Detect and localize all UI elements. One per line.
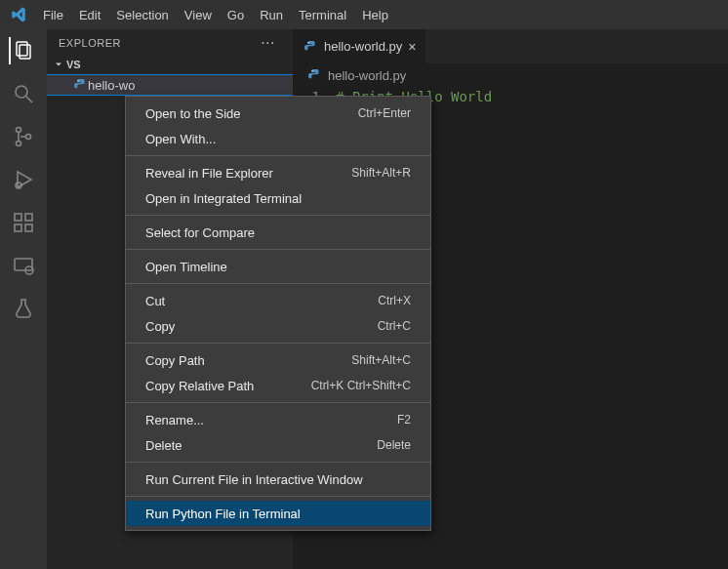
menu-item-label: Select for Compare [145,225,255,240]
svg-rect-1 [20,45,30,59]
tab-label: hello-world.py [324,39,402,54]
menu-item-shortcut: Shift+Alt+R [351,166,411,180]
menu-view[interactable]: View [177,0,220,29]
menu-item[interactable]: Open With... [126,126,430,151]
menu-file[interactable]: File [35,0,71,29]
breadcrumb-label: hello-world.py [328,68,406,83]
tree-file-hello-world[interactable]: hello-wo [47,74,293,96]
tab-hello-world[interactable]: hello-world.py × [293,29,426,63]
sidebar-header: EXPLORER ··· [47,29,293,57]
menu-item[interactable]: Copy PathShift+Alt+C [126,347,430,373]
context-menu: Open to the SideCtrl+EnterOpen With...Re… [125,96,431,531]
menu-item-shortcut: Shift+Alt+C [351,353,411,367]
menu-selection[interactable]: Selection [108,0,176,29]
menu-help[interactable]: Help [354,0,396,29]
svg-rect-9 [15,214,21,221]
python-file-icon [306,67,322,83]
menu-separator [126,155,430,156]
menu-item[interactable]: Run Python File in Terminal [126,501,430,526]
python-file-icon [303,39,318,55]
svg-point-5 [17,142,21,146]
menu-item[interactable]: Reveal in File ExplorerShift+Alt+R [126,160,430,185]
menu-item-label: Cut [145,294,165,308]
menubar: File Edit Selection View Go Run Terminal… [0,0,728,29]
menu-item-shortcut: Ctrl+C [378,319,411,333]
menu-item-label: Run Python File in Terminal [145,507,301,521]
tree-root[interactable]: VS [47,57,293,74]
breadcrumb[interactable]: hello-world.py [293,63,728,87]
menu-item-label: Run Current File in Interactive Window [145,472,363,487]
remote-icon[interactable] [10,252,37,279]
run-debug-icon[interactable] [10,166,37,193]
svg-point-16 [307,42,308,43]
activity-bar [0,29,47,569]
menu-separator [126,462,430,463]
chevron-down-icon [53,59,64,70]
menu-item[interactable]: Copy Relative PathCtrl+K Ctrl+Shift+C [126,373,430,398]
svg-point-6 [26,135,31,140]
svg-rect-13 [15,259,32,270]
menu-item-label: Open Timeline [145,260,227,274]
menu-item-shortcut: Ctrl+Enter [358,106,411,120]
menu-item-label: Open in Integrated Terminal [145,191,302,206]
testing-icon[interactable] [10,295,37,322]
tab-bar: hello-world.py × [293,29,728,63]
menu-item-shortcut: F2 [397,413,411,427]
menu-item-label: Delete [145,438,182,453]
menu-item[interactable]: Open to the SideCtrl+Enter [126,101,430,126]
menu-item[interactable]: Open in Integrated Terminal [126,185,430,211]
menu-item[interactable]: Select for Compare [126,220,430,245]
vscode-logo-icon [10,6,27,23]
menu-item-shortcut: Ctrl+K Ctrl+Shift+C [311,379,411,392]
svg-point-4 [17,128,21,133]
menu-item-label: Copy Relative Path [145,379,254,393]
menu-item[interactable]: Open Timeline [126,254,430,279]
svg-rect-0 [17,42,27,56]
menu-separator [126,249,430,250]
menu-separator [126,402,430,403]
svg-rect-10 [15,224,21,231]
svg-point-15 [77,80,78,81]
menu-item[interactable]: Rename...F2 [126,407,430,432]
sidebar-title: EXPLORER [59,37,121,49]
tree-file-label: hello-wo [88,78,135,93]
menu-separator [126,215,430,216]
menu-item-label: Open to the Side [145,106,241,121]
source-control-icon[interactable] [10,123,37,150]
tree-root-label: VS [66,59,81,70]
close-icon[interactable]: × [408,39,416,55]
menu-edit[interactable]: Edit [71,0,108,29]
menu-item[interactable]: DeleteDelete [126,432,430,458]
menu-item-label: Copy [145,319,175,334]
svg-rect-11 [25,224,32,231]
menu-go[interactable]: Go [220,0,252,29]
menu-item-label: Rename... [145,413,204,427]
menu-item[interactable]: CopyCtrl+C [126,313,430,339]
extensions-icon[interactable] [10,209,37,236]
menu-item-shortcut: Delete [377,438,411,452]
svg-point-17 [311,70,312,71]
menu-item[interactable]: Run Current File in Interactive Window [126,467,430,492]
search-icon[interactable] [10,80,37,107]
svg-point-2 [16,86,27,98]
menu-separator [126,496,430,497]
menu-run[interactable]: Run [252,0,291,29]
svg-line-3 [26,97,32,102]
menu-separator [126,343,430,344]
menu-item[interactable]: CutCtrl+X [126,288,430,313]
svg-marker-7 [18,172,31,187]
python-file-icon [72,77,88,93]
menu-separator [126,283,430,284]
svg-rect-12 [25,214,32,221]
explorer-icon[interactable] [9,37,36,64]
menu-item-label: Open With... [145,132,216,146]
menu-item-label: Copy Path [145,353,205,368]
menu-item-label: Reveal in File Explorer [145,166,273,181]
menu-terminal[interactable]: Terminal [291,0,354,29]
menu-item-shortcut: Ctrl+X [378,294,411,307]
sidebar-more-icon[interactable]: ··· [261,39,281,47]
